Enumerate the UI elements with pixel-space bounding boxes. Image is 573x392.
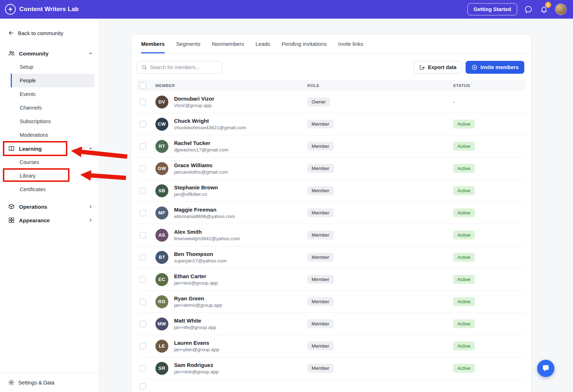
invite-members-button[interactable]: Invite members xyxy=(466,61,524,74)
table-row[interactable]: BT Ben Thompson superjan17@yahoo.com Mem… xyxy=(137,246,526,268)
sidebar-item-setup[interactable]: Setup xyxy=(11,60,95,74)
tab-segments[interactable]: Segments xyxy=(176,34,201,53)
sidebar-section-learning-label: Learning xyxy=(19,146,84,152)
column-header-status: STATUS xyxy=(453,83,526,88)
search-input[interactable] xyxy=(150,64,217,70)
row-checkbox[interactable] xyxy=(140,299,146,305)
status-badge: Active xyxy=(453,231,475,239)
sidebar-item-certificates[interactable]: Certificates xyxy=(11,183,95,196)
select-all-checkbox[interactable] xyxy=(140,82,146,89)
chevron-right-icon xyxy=(88,204,93,209)
tab-invite-links[interactable]: Invite links xyxy=(338,34,363,53)
appearance-grid-icon xyxy=(8,217,15,224)
table-row[interactable]: MW Matt White jan+life@group.app Member … xyxy=(137,313,526,335)
member-avatar: AS xyxy=(155,229,168,242)
member-info: Chuck Wright chuckiechesse43821@gmail.co… xyxy=(174,118,307,130)
table-row[interactable]: MF Maggie Freeman ellismania9696@yahoo.c… xyxy=(137,202,526,224)
member-name: Ryan Green xyxy=(174,295,307,301)
chevron-right-icon xyxy=(88,218,93,223)
table-row[interactable]: AS Alex Smith limesweetjm3842@yahoo.com … xyxy=(137,224,526,246)
sidebar-item-label: Moderations xyxy=(20,132,48,138)
member-avatar: SR xyxy=(155,362,168,375)
sidebar-item-courses[interactable]: Courses xyxy=(11,155,95,169)
members-table: MEMBER ROLE STATUS DV Dornubari Vizor Vi… xyxy=(137,80,526,392)
sidebar-section-community[interactable]: Community xyxy=(0,47,99,60)
row-checkbox[interactable] xyxy=(140,276,146,283)
table-row[interactable]: LE Lauren Evans jan+plan@group.app Membe… xyxy=(137,335,526,357)
sidebar-item-library[interactable]: Library xyxy=(11,169,95,183)
status-badge: Active xyxy=(453,253,475,262)
back-to-community-link[interactable]: Back to community xyxy=(0,29,99,37)
sidebar-item-moderations[interactable]: Moderations xyxy=(11,128,95,142)
table-row[interactable]: GW Grace Williams jancandothis@gmail.com… xyxy=(137,158,526,180)
row-checkbox[interactable] xyxy=(140,232,146,238)
role-badge: Member xyxy=(307,142,334,151)
user-avatar[interactable] xyxy=(555,4,567,15)
row-checkbox[interactable] xyxy=(140,143,146,150)
column-header-role: ROLE xyxy=(307,83,453,88)
member-email: limesweetjm3842@yahoo.com xyxy=(174,236,307,241)
table-row[interactable]: CW Chuck Wright chuckiechesse43821@gmail… xyxy=(137,113,526,135)
notification-count-badge: 5 xyxy=(545,2,551,8)
member-email: jan+nick@group.app xyxy=(174,369,307,374)
getting-started-button[interactable]: Getting Started xyxy=(467,3,517,15)
table-row[interactable]: RT Rachel Tucker djpeaches17@gmail.com M… xyxy=(137,135,526,158)
row-checkbox[interactable] xyxy=(140,343,146,349)
row-checkbox[interactable] xyxy=(140,383,146,389)
notifications-bell-icon[interactable]: 5 xyxy=(539,5,549,14)
member-name: Lauren Evans xyxy=(174,340,307,346)
main-content: MembersSegmentsNonmembersLeadsPending in… xyxy=(99,19,573,392)
messages-icon[interactable] xyxy=(524,5,533,14)
sidebar-section-operations[interactable]: Operations xyxy=(0,200,99,213)
tab-pending-invitations[interactable]: Pending invitations xyxy=(281,34,327,53)
role-badge: Member xyxy=(307,364,334,373)
member-email: djpeaches17@gmail.com xyxy=(174,147,307,153)
status-badge: Active xyxy=(453,342,475,350)
row-checkbox[interactable] xyxy=(140,254,146,261)
settings-and-data-link[interactable]: Settings & Data xyxy=(0,373,99,392)
table-row-partial xyxy=(137,379,526,392)
row-checkbox[interactable] xyxy=(140,365,146,372)
table-row[interactable]: EC Ethan Carter jan+test@group.app Membe… xyxy=(137,268,526,291)
export-data-button[interactable]: Export data xyxy=(414,61,462,74)
sidebar-item-label: Channels xyxy=(20,105,42,111)
member-info: Sam Rodriguez jan+nick@group.app xyxy=(174,362,307,374)
tabs: MembersSegmentsNonmembersLeadsPending in… xyxy=(131,34,531,54)
status-badge: Active xyxy=(453,120,475,129)
sidebar-item-people[interactable]: People xyxy=(11,74,95,87)
chat-launcher-button[interactable] xyxy=(537,360,554,377)
sidebar-item-subscriptions[interactable]: Subscriptions xyxy=(11,115,95,128)
tab-leads[interactable]: Leads xyxy=(255,34,270,53)
table-row[interactable]: SR Sam Rodriguez jan+nick@group.app Memb… xyxy=(137,357,526,379)
member-info: Ben Thompson superjan17@yahoo.com xyxy=(174,251,307,263)
sidebar-section-appearance[interactable]: Appearance xyxy=(0,213,99,227)
export-icon xyxy=(419,64,425,71)
row-checkbox[interactable] xyxy=(140,188,146,194)
member-info: Lauren Evans jan+plan@group.app xyxy=(174,340,307,352)
member-name: Alex Smith xyxy=(174,229,307,235)
row-checkbox[interactable] xyxy=(140,99,146,105)
sidebar-section-learning[interactable]: Learning xyxy=(0,142,99,155)
member-avatar: CW xyxy=(155,118,168,131)
table-row[interactable]: DV Dornubari Vizor Vizor@group.app Owner… xyxy=(137,91,526,113)
member-info: Dornubari Vizor Vizor@group.app xyxy=(174,96,307,108)
sidebar-item-label: Courses xyxy=(20,159,39,165)
back-to-community-label: Back to community xyxy=(18,30,63,36)
tab-members[interactable]: Members xyxy=(141,34,165,53)
member-name: Sam Rodriguez xyxy=(174,362,307,368)
member-info: Matt White jan+life@group.app xyxy=(174,318,307,330)
member-avatar: EC xyxy=(155,273,168,286)
sidebar-item-channels[interactable]: Channels xyxy=(11,101,95,115)
sidebar-item-label: Certificates xyxy=(20,187,46,192)
table-row[interactable]: SB Stephanie Brown jan@offkilter.co Memb… xyxy=(137,180,526,202)
sidebar-item-events[interactable]: Events xyxy=(11,87,95,101)
member-email: jancandothis@gmail.com xyxy=(174,169,307,175)
row-checkbox[interactable] xyxy=(140,121,146,127)
row-checkbox[interactable] xyxy=(140,165,146,172)
row-checkbox[interactable] xyxy=(140,210,146,216)
member-email: jan+life@group.app xyxy=(174,325,307,330)
table-row[interactable]: RG Ryan Green jan+demo@group.app Member … xyxy=(137,291,526,313)
sidebar-item-label: Events xyxy=(20,91,35,97)
row-checkbox[interactable] xyxy=(140,321,146,327)
tab-nonmembers[interactable]: Nonmembers xyxy=(212,34,244,53)
